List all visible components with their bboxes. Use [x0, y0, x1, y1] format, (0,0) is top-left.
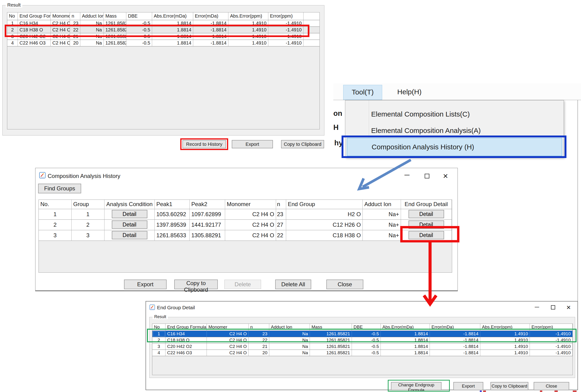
table-cell: C2 H4 O: [225, 220, 276, 230]
table-cell: Group: [72, 200, 104, 209]
menu-help[interactable]: Help(H): [387, 85, 432, 100]
table-cell: Abs.Error(ppm): [228, 12, 268, 20]
history-delete-button[interactable]: Delete: [224, 280, 261, 289]
background-dash: [480, 391, 482, 392]
table-cell: -1.4910: [530, 344, 572, 350]
detail-button[interactable]: Detail: [409, 210, 444, 218]
detail-close-button[interactable]: Close: [534, 382, 569, 390]
find-groups-button[interactable]: Find Groups: [38, 184, 81, 193]
detail-button[interactable]: Detail: [112, 221, 147, 229]
background-text-fragment: on: [333, 109, 342, 118]
minimize-icon[interactable]: ─: [404, 171, 410, 179]
history-window-title: Composition Analysis History: [48, 173, 120, 179]
table-cell: C2 H4 O: [51, 40, 70, 46]
table-cell: 21: [248, 344, 269, 350]
history-delete-all-button[interactable]: Delete All: [275, 280, 311, 289]
close-icon[interactable]: ✕: [566, 304, 571, 311]
close-icon[interactable]: ✕: [443, 172, 448, 180]
table-cell: No: [7, 12, 18, 20]
table-cell: Na: [269, 344, 310, 350]
table-cell: Adduct Ion: [80, 12, 104, 20]
table-cell: End Group: [286, 200, 363, 209]
menu-tool[interactable]: Tool(T): [343, 85, 382, 100]
table-cell: 1.4910: [480, 350, 530, 356]
menu-item-elemental-composition-analysis[interactable]: Elemental Composition Analysis(A): [371, 127, 481, 135]
table-row[interactable]: 4C22 H46 O3C2 H4 O20Na1261.85821-0.51.88…: [152, 350, 572, 356]
table-cell: Analysis Condition: [104, 200, 155, 209]
table-cell: End Group Detail: [401, 200, 452, 209]
table-cell: End Group Formula: [18, 12, 51, 20]
table-cell: Detail: [401, 209, 452, 219]
table-cell: -1.8814: [430, 350, 480, 356]
detail-copy-button[interactable]: Copy to Clipboard: [490, 382, 528, 390]
table-row[interactable]: 3C20 H42 O2C2 H4 O21Na1261.85821-0.51.88…: [152, 344, 572, 350]
table-row[interactable]: 4C22 H46 O3C2 H4 O20Na1261.85821-0.51.88…: [7, 40, 320, 46]
table-cell: No.: [39, 200, 72, 209]
table-cell: Na: [80, 40, 104, 46]
table-cell: -1.8814: [430, 344, 480, 350]
table-cell: 27: [276, 220, 286, 230]
table-row[interactable]: 22Detail1397.895391441.92177C2 H4 O27C12…: [39, 220, 452, 230]
detail-button[interactable]: Detail: [112, 210, 147, 218]
table-cell: Error(mDa): [193, 12, 228, 20]
table-cell: H2 O: [286, 209, 363, 219]
table-cell: C22 H46 O3: [18, 40, 51, 46]
export-button[interactable]: Export: [232, 140, 273, 148]
table-cell: Detail: [104, 220, 155, 230]
history-copy-button[interactable]: Copy to Clipboard: [174, 280, 218, 289]
table-cell: 4: [7, 40, 18, 46]
annotation-red-record-button: [180, 138, 228, 150]
table-cell: Adduct Ion: [363, 200, 401, 209]
table-cell: Na+: [363, 209, 401, 219]
table-cell: 20: [70, 40, 80, 46]
table-cell: Peak1: [155, 200, 190, 209]
table-cell: 1441.92177: [190, 220, 225, 230]
table-cell: 3: [39, 230, 72, 240]
table-cell: -0.5: [126, 40, 152, 46]
history-table: No.GroupAnalysis ConditionPeak1Peak2Mono…: [38, 199, 452, 273]
table-row[interactable]: 33Detail1261.856331305.88291C2 H4 O22C18…: [39, 230, 452, 241]
table-cell: DBE: [126, 12, 152, 20]
history-export-button[interactable]: Export: [124, 280, 166, 289]
detail-window-title: End Group Detail: [157, 305, 195, 310]
background-dash: [554, 391, 558, 392]
table-cell: Detail: [104, 230, 155, 240]
table-cell: 1261.85821: [310, 344, 352, 350]
history-close-button[interactable]: Close: [326, 280, 363, 289]
screenshot-canvas: Result NoEnd Group FormulaMonomernAdduct…: [0, 0, 581, 392]
annotation-green-change-button: [388, 380, 450, 392]
table-cell: -1.8814: [193, 40, 228, 46]
table-row[interactable]: 11Detail1053.602921097.62899C2 H4 O23H2 …: [39, 209, 452, 220]
table-cell: Detail: [104, 209, 155, 219]
table-cell: Monomer: [225, 200, 276, 209]
table-cell: 1397.89539: [155, 220, 190, 230]
maximize-icon[interactable]: [551, 305, 555, 309]
result-table-header: NoEnd Group FormulaMonomernAdduct IonMas…: [7, 12, 320, 20]
table-cell: 22: [276, 230, 286, 240]
table-cell: 1261.85821: [310, 350, 352, 356]
menu-bar: Tool(T) Help(H): [333, 83, 581, 100]
annotation-green-row1: [147, 329, 576, 342]
table-cell: 1261.85633: [155, 230, 190, 240]
table-cell: 3: [72, 230, 104, 240]
table-cell: -1.4910: [268, 40, 304, 46]
table-cell: 23: [276, 209, 286, 219]
table-cell: C2 H4 O: [225, 230, 276, 240]
background-text-fragment: H: [333, 123, 338, 132]
maximize-icon[interactable]: [425, 174, 429, 179]
table-cell: C2 H4 O: [207, 350, 248, 356]
table-cell: Abs.Error(mDa): [152, 12, 193, 20]
detail-button[interactable]: Detail: [112, 231, 147, 239]
table-cell: Na: [269, 350, 310, 356]
minimize-icon[interactable]: ─: [535, 303, 539, 311]
annotation-red-detail-button: [400, 226, 460, 242]
history-window: Composition Analysis History ─ ✕ Find Gr…: [35, 168, 458, 291]
detail-export-button[interactable]: Export: [454, 382, 483, 390]
table-cell: Error(ppm): [268, 12, 304, 20]
background-dash: [573, 391, 576, 392]
copy-to-clipboard-button[interactable]: Copy to Clipboard: [281, 140, 324, 148]
table-cell: 1.8814: [381, 344, 430, 350]
result-group-label: Result: [6, 2, 22, 7]
table-cell: 1: [39, 209, 72, 219]
menu-item-elemental-composition-lists[interactable]: Elemental Composition Lists(C): [371, 110, 470, 118]
